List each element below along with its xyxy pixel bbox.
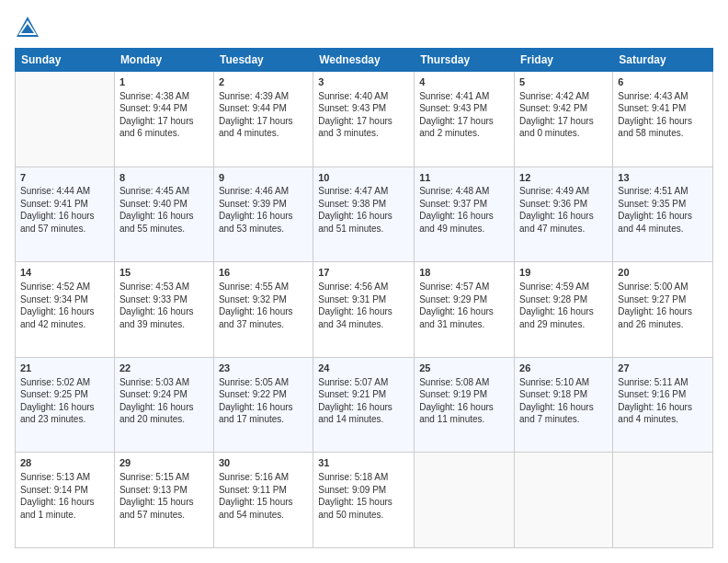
sunrise-text: Sunrise: 4:44 AM (20, 186, 90, 196)
week-row-4: 21Sunrise: 5:02 AMSunset: 9:25 PMDayligh… (16, 357, 713, 453)
sunset-text: Sunset: 9:43 PM (419, 103, 487, 113)
day-number: 24 (318, 362, 409, 375)
week-row-1: 1Sunrise: 4:38 AMSunset: 9:44 PMDaylight… (16, 72, 713, 167)
col-header-monday: Monday (114, 49, 213, 72)
sunset-text: Sunset: 9:11 PM (219, 485, 287, 495)
sunset-text: Sunset: 9:24 PM (119, 389, 188, 399)
day-number: 11 (419, 171, 509, 185)
daylight-text: Daylight: 17 hours and 6 minutes. (119, 116, 194, 139)
calendar-cell: 24Sunrise: 5:07 AMSunset: 9:21 PMDayligh… (313, 357, 415, 453)
daylight-text: Daylight: 16 hours and 51 minutes. (318, 211, 392, 234)
day-number: 7 (20, 171, 109, 185)
day-number: 29 (119, 456, 209, 470)
sunset-text: Sunset: 9:27 PM (618, 294, 686, 304)
sunset-text: Sunset: 9:34 PM (20, 294, 88, 304)
sunrise-text: Sunrise: 5:08 AM (419, 377, 489, 387)
calendar-cell: 26Sunrise: 5:10 AMSunset: 9:18 PMDayligh… (515, 357, 613, 453)
calendar-cell: 6Sunrise: 4:43 AMSunset: 9:41 PMDaylight… (613, 72, 713, 167)
sunrise-text: Sunrise: 5:15 AM (119, 472, 189, 482)
day-number: 27 (618, 362, 708, 375)
calendar-cell: 20Sunrise: 5:00 AMSunset: 9:27 PMDayligh… (613, 262, 713, 358)
day-number: 16 (219, 266, 308, 280)
day-number: 22 (119, 362, 209, 375)
daylight-text: Daylight: 17 hours and 4 minutes. (219, 116, 293, 139)
sunset-text: Sunset: 9:41 PM (20, 199, 88, 209)
sunrise-text: Sunrise: 4:39 AM (219, 91, 289, 101)
daylight-text: Daylight: 16 hours and 53 minutes. (219, 211, 293, 234)
sunset-text: Sunset: 9:44 PM (219, 103, 287, 113)
sunrise-text: Sunrise: 4:55 AM (219, 282, 289, 292)
sunrise-text: Sunrise: 4:45 AM (119, 186, 189, 196)
daylight-text: Daylight: 16 hours and 7 minutes. (519, 402, 594, 425)
day-number: 14 (20, 266, 109, 280)
sunset-text: Sunset: 9:35 PM (618, 199, 686, 209)
day-number: 3 (318, 75, 409, 89)
sunrise-text: Sunrise: 4:43 AM (618, 91, 688, 101)
day-number: 18 (419, 266, 509, 280)
day-number: 9 (219, 171, 308, 185)
calendar-cell: 13Sunrise: 4:51 AMSunset: 9:35 PMDayligh… (613, 167, 713, 262)
calendar-cell: 22Sunrise: 5:03 AMSunset: 9:24 PMDayligh… (114, 357, 213, 453)
daylight-text: Daylight: 16 hours and 14 minutes. (318, 402, 392, 425)
day-number: 28 (20, 456, 109, 470)
week-row-2: 7Sunrise: 4:44 AMSunset: 9:41 PMDaylight… (16, 167, 713, 262)
sunset-text: Sunset: 9:38 PM (318, 199, 386, 209)
col-header-tuesday: Tuesday (213, 49, 313, 72)
sunrise-text: Sunrise: 4:46 AM (219, 186, 289, 196)
sunrise-text: Sunrise: 4:42 AM (519, 91, 589, 101)
daylight-text: Daylight: 15 hours and 57 minutes. (119, 497, 194, 520)
sunrise-text: Sunrise: 4:41 AM (419, 91, 489, 101)
sunset-text: Sunset: 9:40 PM (119, 199, 188, 209)
logo (15, 15, 44, 40)
day-number: 17 (318, 266, 409, 280)
sunset-text: Sunset: 9:19 PM (419, 389, 487, 399)
week-row-5: 28Sunrise: 5:13 AMSunset: 9:14 PMDayligh… (16, 453, 713, 548)
sunrise-text: Sunrise: 5:07 AM (318, 377, 388, 387)
daylight-text: Daylight: 16 hours and 20 minutes. (119, 402, 194, 425)
calendar-cell: 5Sunrise: 4:42 AMSunset: 9:42 PMDaylight… (515, 72, 613, 167)
header (15, 15, 713, 40)
calendar-cell: 25Sunrise: 5:08 AMSunset: 9:19 PMDayligh… (415, 357, 515, 453)
col-header-thursday: Thursday (415, 49, 515, 72)
calendar-cell: 31Sunrise: 5:18 AMSunset: 9:09 PMDayligh… (313, 453, 415, 548)
sunrise-text: Sunrise: 4:40 AM (318, 91, 388, 101)
sunrise-text: Sunrise: 4:51 AM (618, 186, 688, 196)
col-header-friday: Friday (515, 49, 613, 72)
calendar-cell: 27Sunrise: 5:11 AMSunset: 9:16 PMDayligh… (613, 357, 713, 453)
sunset-text: Sunset: 9:43 PM (318, 103, 386, 113)
calendar-cell: 9Sunrise: 4:46 AMSunset: 9:39 PMDaylight… (213, 167, 313, 262)
sunrise-text: Sunrise: 4:49 AM (519, 186, 589, 196)
calendar-cell: 2Sunrise: 4:39 AMSunset: 9:44 PMDaylight… (213, 72, 313, 167)
sunrise-text: Sunrise: 4:38 AM (119, 91, 189, 101)
calendar-cell: 17Sunrise: 4:56 AMSunset: 9:31 PMDayligh… (313, 262, 415, 358)
day-number: 15 (119, 266, 209, 280)
col-header-sunday: Sunday (16, 49, 115, 72)
sunset-text: Sunset: 9:37 PM (419, 199, 487, 209)
calendar-cell: 4Sunrise: 4:41 AMSunset: 9:43 PMDaylight… (415, 72, 515, 167)
day-number: 5 (519, 75, 608, 89)
sunrise-text: Sunrise: 4:56 AM (318, 282, 388, 292)
day-number: 13 (618, 171, 708, 185)
sunset-text: Sunset: 9:18 PM (519, 389, 587, 399)
daylight-text: Daylight: 16 hours and 44 minutes. (618, 211, 692, 234)
sunset-text: Sunset: 9:14 PM (20, 485, 88, 495)
daylight-text: Daylight: 16 hours and 58 minutes. (618, 116, 692, 139)
calendar-cell: 19Sunrise: 4:59 AMSunset: 9:28 PMDayligh… (515, 262, 613, 358)
daylight-text: Daylight: 16 hours and 42 minutes. (20, 306, 95, 329)
day-number: 19 (519, 266, 608, 280)
sunrise-text: Sunrise: 4:59 AM (519, 282, 589, 292)
calendar-cell: 16Sunrise: 4:55 AMSunset: 9:32 PMDayligh… (213, 262, 313, 358)
daylight-text: Daylight: 17 hours and 3 minutes. (318, 116, 392, 139)
calendar-cell (415, 453, 515, 548)
sunrise-text: Sunrise: 5:10 AM (519, 377, 589, 387)
daylight-text: Daylight: 17 hours and 2 minutes. (419, 116, 494, 139)
daylight-text: Daylight: 16 hours and 55 minutes. (119, 211, 194, 234)
calendar-cell: 7Sunrise: 4:44 AMSunset: 9:41 PMDaylight… (16, 167, 115, 262)
day-number: 26 (519, 362, 608, 375)
day-number: 2 (219, 75, 308, 89)
calendar-cell: 23Sunrise: 5:05 AMSunset: 9:22 PMDayligh… (213, 357, 313, 453)
day-number: 10 (318, 171, 409, 185)
daylight-text: Daylight: 17 hours and 0 minutes. (519, 116, 594, 139)
day-number: 25 (419, 362, 509, 375)
day-number: 12 (519, 171, 608, 185)
